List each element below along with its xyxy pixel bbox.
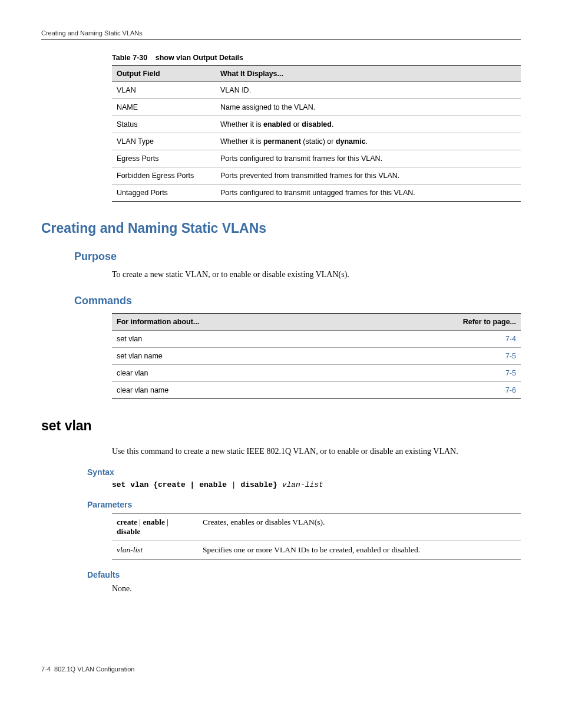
cell-desc: Name assigned to the VLAN. <box>216 99 521 116</box>
commands-table: For information about... Refer to page..… <box>112 313 521 399</box>
cell-desc: VLAN ID. <box>216 82 521 99</box>
cell-field: Forbidden Egress Ports <box>112 167 216 185</box>
table-row: clear vlan name 7-6 <box>112 381 521 398</box>
th-info-about: For information about... <box>112 313 355 330</box>
purpose-text: To create a new static VLAN, or to enabl… <box>112 269 521 281</box>
syntax-ital: vlan-list <box>277 480 323 489</box>
table-number: Table 7-30 <box>112 54 147 62</box>
table-row: Egress Ports Ports configured to transmi… <box>112 150 521 167</box>
subheading-syntax: Syntax <box>87 467 521 477</box>
param-name: create | enable | disable <box>112 513 198 541</box>
param-desc: Specifies one or more VLAN IDs to be cre… <box>198 541 521 559</box>
cell-desc: Ports configured to transmit frames for … <box>216 150 521 167</box>
footer-chapter: 802.1Q VLAN Configuration <box>54 666 134 673</box>
th-what-displays: What It Displays... <box>216 66 521 82</box>
table-row: set vlan 7-4 <box>112 330 521 347</box>
section-heading-creating: Creating and Naming Static VLANs <box>41 220 521 236</box>
table-row: Status Whether it is enabled or disabled… <box>112 116 521 133</box>
cmd-name: set vlan name <box>112 347 355 364</box>
cell-field: VLAN <box>112 82 216 99</box>
cmd-page: 7-6 <box>355 381 521 398</box>
th-refer-page: Refer to page... <box>355 313 521 330</box>
subheading-commands: Commands <box>74 295 521 307</box>
table-row: clear vlan 7-5 <box>112 364 521 381</box>
table-row: VLAN VLAN ID. <box>112 82 521 99</box>
cmd-page: 7-5 <box>355 347 521 364</box>
th-output-field: Output Field <box>112 66 216 82</box>
table-row: Untagged Ports Ports configured to trans… <box>112 185 521 202</box>
param-desc: Creates, enables or disables VLAN(s). <box>198 513 521 541</box>
syntax-pipe: | <box>227 480 240 489</box>
table-row: NAME Name assigned to the VLAN. <box>112 99 521 116</box>
table-row: VLAN Type Whether it is permanent (stati… <box>112 133 521 150</box>
table-title: show vlan Output Details <box>156 54 243 62</box>
subheading-defaults: Defaults <box>87 570 521 579</box>
cell-desc: Ports prevented from transmitted frames … <box>216 167 521 185</box>
cell-field: Untagged Ports <box>112 185 216 202</box>
section-heading-set-vlan: set vlan <box>41 418 521 434</box>
header-text: Creating and Naming Static VLANs <box>41 29 143 37</box>
cmd-page: 7-5 <box>355 364 521 381</box>
syntax-kw: set vlan {create | enable <box>112 480 227 489</box>
subheading-parameters: Parameters <box>87 500 521 509</box>
cell-field: Egress Ports <box>112 150 216 167</box>
syntax-kw2: disable} <box>240 480 277 489</box>
page-link[interactable]: 7-5 <box>505 369 516 377</box>
table-row: create | enable | disable Creates, enabl… <box>112 513 521 541</box>
cell-field: VLAN Type <box>112 133 216 150</box>
running-header: Creating and Naming Static VLANs <box>41 29 521 39</box>
cmd-name: clear vlan <box>112 364 355 381</box>
cell-desc: Whether it is enabled or disabled. <box>216 116 521 133</box>
output-details-table: Output Field What It Displays... VLAN VL… <box>112 65 521 202</box>
table-row: Forbidden Egress Ports Ports prevented f… <box>112 167 521 185</box>
parameters-table: create | enable | disable Creates, enabl… <box>112 513 521 559</box>
cmd-name: set vlan <box>112 330 355 347</box>
cell-desc: Whether it is permanent (static) or dyna… <box>216 133 521 150</box>
footer-page: 7-4 <box>41 666 51 673</box>
cell-field: Status <box>112 116 216 133</box>
set-vlan-intro: Use this command to create a new static … <box>112 446 521 457</box>
param-name: vlan-list <box>112 541 198 559</box>
table-caption: Table 7-30 show vlan Output Details <box>112 54 521 62</box>
cell-desc: Ports configured to transmit untagged fr… <box>216 185 521 202</box>
subheading-purpose: Purpose <box>74 251 521 263</box>
cmd-name: clear vlan name <box>112 381 355 398</box>
page-link[interactable]: 7-4 <box>505 335 516 343</box>
page-footer: 7-4 802.1Q VLAN Configuration <box>41 666 521 673</box>
cmd-page: 7-4 <box>355 330 521 347</box>
defaults-text: None. <box>112 583 521 595</box>
page-link[interactable]: 7-6 <box>505 386 516 394</box>
page-link[interactable]: 7-5 <box>505 352 516 360</box>
table-row: set vlan name 7-5 <box>112 347 521 364</box>
table-row: vlan-list Specifies one or more VLAN IDs… <box>112 541 521 559</box>
syntax-code: set vlan {create | enable | disable} vla… <box>112 480 521 489</box>
cell-field: NAME <box>112 99 216 116</box>
